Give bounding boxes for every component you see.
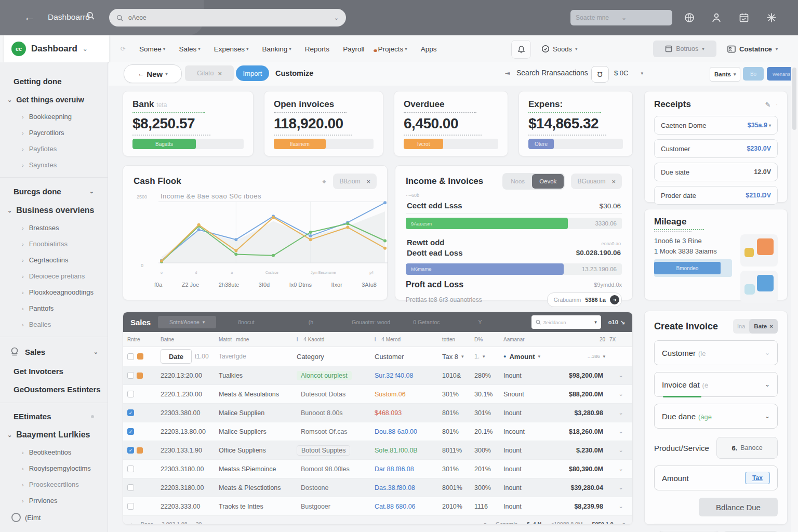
sidebar-section-burcgs-done[interactable]: Burcgs done⌄	[0, 182, 108, 201]
sidebar-item-prrviones[interactable]: ›Prrviones	[0, 493, 108, 509]
kpi-card-overdue[interactable]: Overduee 6,450.00 Ivcrot	[394, 91, 508, 156]
customer-field[interactable]: Customer(ie ⌄	[654, 340, 778, 365]
global-search-input[interactable]	[127, 14, 330, 22]
select-all-checkbox[interactable]	[127, 353, 134, 360]
diamond-icon[interactable]: ◆	[322, 179, 326, 184]
bank-dropdown[interactable]: Bants ▾	[710, 67, 740, 82]
search-icon[interactable]	[86, 11, 95, 20]
sidebar-item-bookkeeping[interactable]: ›Bookkeepning	[0, 109, 108, 125]
cash-flow-chart[interactable]: 2500 Income &e 8ae soao S0c iboes 0 od-a…	[134, 191, 377, 289]
sidebar-item-saynotes[interactable]: ›Saynxtes	[0, 157, 108, 173]
profit-report-button[interactable]: Grabuamm 5386 I.a ➜	[547, 292, 622, 307]
sidebar-item-payrollers[interactable]: ›Paycrotllors	[0, 125, 108, 141]
nav-apps[interactable]: Apps	[421, 45, 437, 53]
currency-dropdown[interactable]: $ 0C ▾	[614, 69, 643, 77]
table-filter-dropdown[interactable]: Sotnt/Aoene▾	[158, 316, 216, 328]
row-checkbox[interactable]	[127, 466, 134, 472]
chevron-down-icon[interactable]: ⌄	[334, 15, 339, 21]
bell-button[interactable]	[511, 40, 531, 59]
sidebar-item-bealies[interactable]: ›Bealies	[0, 316, 108, 332]
sidebar-item-paynotes[interactable]: ›Payfiotes	[0, 141, 108, 157]
customize-button[interactable]: Costatnce ▾	[727, 41, 778, 57]
chip-right[interactable]: Bate×	[749, 319, 778, 334]
due-date-field[interactable]: Due dane(àge ⌄	[654, 404, 778, 429]
receipt-field[interactable]: Customer $230.0V	[654, 139, 778, 158]
nav-somee[interactable]: Somee▾	[139, 45, 165, 53]
toggle-option-2[interactable]: Oevok	[532, 174, 564, 189]
scrollbar-thumb[interactable]	[792, 68, 796, 130]
chip-left[interactable]: Ina	[733, 323, 749, 329]
mileage-button[interactable]: Bmondeo	[654, 262, 721, 274]
mileage-tile-2[interactable]	[740, 271, 778, 303]
calendar-icon[interactable]	[737, 10, 751, 25]
table-row[interactable]: 22203.13.80.00 Malice Suppliers Romsoot …	[123, 422, 632, 441]
row-expand-icon[interactable]: ⌄	[605, 391, 632, 397]
sidebar-item-business-overview[interactable]: ⌄Business overviens	[0, 201, 108, 220]
table-row[interactable]: 22203.3180.00 Meats & Plesctiotions Dost…	[123, 478, 632, 497]
nav-expenses[interactable]: Expenses▾	[214, 45, 249, 53]
sidebar-item-prooskeecrtlions[interactable]: ›Prooskeecrtlions	[0, 476, 108, 493]
customize-label[interactable]: Customize	[275, 69, 313, 77]
sidebar-item-customers-estimates[interactable]: GeOustomers Estinters	[0, 380, 108, 398]
row-expand-icon[interactable]: ⌄	[605, 466, 632, 472]
chevron-down-icon[interactable]: ▾	[484, 522, 486, 525]
scrollbar[interactable]	[791, 62, 798, 532]
balance-due-button[interactable]: Bdlance Due	[699, 498, 778, 516]
receipt-field[interactable]: Caetnen Dome $35a.9▾	[654, 116, 778, 135]
sidebar-item-get-things-overview[interactable]: ⌄Get things overuiw	[0, 91, 108, 109]
row-expand-icon[interactable]: ⌄	[605, 484, 632, 491]
pct-filter[interactable]: 1.▾	[470, 353, 499, 360]
close-icon[interactable]: ×	[611, 178, 616, 185]
brand-card[interactable]: ec Dashboard ⌄	[4, 35, 109, 62]
toggle-option-1[interactable]: Noos	[503, 178, 532, 184]
sidebar-item-beotikeetntios[interactable]: ›Beotikeetntios	[0, 444, 108, 460]
close-icon[interactable]: ×	[769, 323, 773, 329]
row-checkbox[interactable]	[127, 428, 134, 435]
row-expand-icon[interactable]: ⌄	[605, 372, 632, 379]
tax-chip[interactable]: Tax	[745, 472, 770, 484]
period-chip[interactable]: B8ziom ×	[333, 174, 377, 189]
kpi-card-open-invoices[interactable]: Open invoices 118,920.00 Ifasinem	[264, 91, 383, 156]
settings-button[interactable]: Botruos ▾	[653, 41, 716, 57]
new-button[interactable]: ← New ▾	[124, 64, 182, 83]
sidebar-item-fnoobiatirtss[interactable]: ›Fnoobiatirtss	[0, 236, 108, 252]
secondary-action-button[interactable]: Bo	[743, 67, 764, 81]
invoice-chips[interactable]: Ina Bate×	[733, 319, 778, 334]
sidebar-item-rooyispemgyloctims[interactable]: ›Rooyispemgyloctims	[0, 460, 108, 476]
settings-sparkle-icon[interactable]	[764, 10, 779, 25]
period-chip[interactable]: BGuuaom ×	[571, 174, 622, 189]
nav-banking[interactable]: Banking▾	[262, 45, 291, 53]
table-search[interactable]: 3eiddacun ▾	[531, 315, 601, 329]
row-checkbox[interactable]	[127, 391, 134, 397]
sounds-dropdown[interactable]: Soods ▾	[541, 35, 577, 62]
row-expand-icon[interactable]: ⌄	[605, 428, 632, 435]
row-expand-icon[interactable]: ⌄	[605, 409, 632, 416]
sidebar-item-businesses[interactable]: ›Brestoses	[0, 220, 108, 236]
tax-filter[interactable]: Tax 8▾	[438, 353, 470, 361]
profile-icon[interactable]	[709, 10, 724, 25]
invoice-date-field[interactable]: Invoice dat(è ⌄	[654, 372, 778, 397]
product-service-button[interactable]: 6.Banoce	[716, 437, 778, 459]
sidebar-item-dleoioece[interactable]: ›Dleoioece pretians	[0, 268, 108, 284]
mileage-tile-1[interactable]	[740, 234, 778, 267]
search-transactions-label[interactable]: Search Rransaactions	[516, 69, 588, 77]
row-checkbox[interactable]	[127, 503, 134, 510]
nav-payroll[interactable]: Payroll	[343, 45, 364, 53]
table-row[interactable]: 22303.3180.00 Meatss SPiemoince Bomoot 9…	[123, 460, 632, 478]
collapse-icon[interactable]: ⇥	[505, 70, 510, 77]
row-checkbox[interactable]	[127, 447, 134, 454]
nav-projects[interactable]: Projects▾	[378, 45, 407, 53]
sidebar-item-cegrtaoctiins[interactable]: ›Cegrtaoctiins	[0, 252, 108, 268]
chevron-down-icon[interactable]: ▾	[622, 522, 625, 525]
sidebar-section-sales[interactable]: Sales ⌄	[0, 341, 108, 362]
nav-sales[interactable]: Sales▾	[179, 45, 200, 53]
filter-chip[interactable]: Gilato ×	[185, 65, 234, 81]
row-expand-icon[interactable]: ⌄	[605, 503, 632, 510]
sidebar-item-bottom-partial[interactable]: (Eimt	[0, 509, 108, 522]
row-checkbox[interactable]	[127, 409, 134, 416]
shield-button[interactable]: ℧	[591, 66, 609, 83]
sidebar-item-get-invoices[interactable]: Get Invotcers	[0, 362, 108, 380]
chevron-left-icon[interactable]: ‹	[130, 521, 132, 525]
row-checkbox[interactable]	[127, 372, 134, 379]
table-row[interactable]: 22203.333.00 Traoks te Inttes Bustgooer …	[123, 497, 632, 516]
